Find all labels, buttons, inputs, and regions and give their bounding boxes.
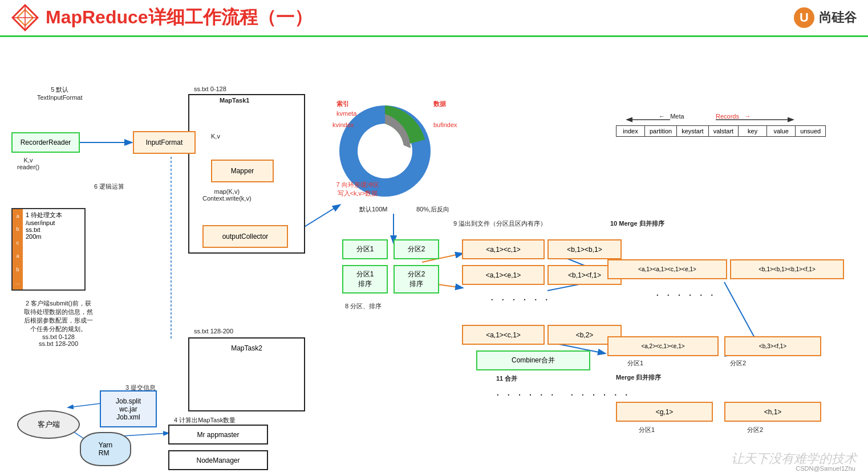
combiner-label: Combiner合并: [512, 356, 555, 365]
dots1: · · · · · ·: [490, 292, 550, 305]
step11-label: 11 合并: [496, 374, 517, 383]
kv-label: K,v: [211, 133, 220, 140]
partition2-box: 分区2: [394, 239, 439, 259]
final-g-label: <g,1>: [656, 408, 674, 416]
inputformat-box: InputFormat: [133, 131, 196, 154]
step6-label: 6 逻辑运算: [94, 182, 124, 191]
yarn-rm-label: YarnRM: [99, 441, 112, 457]
partition2-label: 分区2: [408, 244, 425, 254]
inputformat-label: InputFormat: [146, 138, 183, 146]
step4-label: 4 计算出MapTask数量: [174, 416, 236, 425]
part2-label1: 分区2: [730, 359, 746, 368]
col-partition: partition: [645, 126, 677, 137]
step7-label: 7 向环形缓冲区写入<k,v>数据: [329, 181, 386, 198]
recorder-reader-box: RecorderReader: [11, 132, 80, 153]
merge1-part2-box: <b,1><b,1><b,1><f,1>: [730, 259, 844, 279]
step5-label: 5 默认TextInputFormat: [37, 85, 82, 101]
col-keystart: keystart: [677, 126, 709, 137]
kv-reader-label: K,vreader(): [17, 157, 39, 170]
partition1-sort-label: 分区1排序: [356, 270, 374, 289]
maptask2-label: MapTask2: [231, 344, 262, 352]
spill3-part2-label: <b,2>: [576, 331, 594, 339]
col-value: value: [767, 126, 796, 137]
final-h-box: <h,1>: [724, 402, 821, 422]
merge1-part2-label: <b,1><b,1><b,1><f,1>: [759, 266, 816, 272]
client-box: 客户端: [17, 410, 80, 439]
kvmeta-label: kvmeta: [336, 110, 356, 117]
output-collector-label: outputCollector: [222, 233, 269, 240]
input-file-box: abcab… 1 待处理文本/user/inputss.txt200m: [11, 208, 86, 291]
merge1-part1-label: <a,1><a,1><c,1><e,1>: [638, 266, 696, 272]
file-sidebar: abcab…: [13, 209, 23, 289]
part1-label1: 分区1: [627, 359, 643, 368]
node-manager-label: NodeManager: [196, 456, 240, 464]
company-name: 尚硅谷: [819, 9, 857, 26]
merge1-part1-box: <a,1><a,1><c,1><e,1>: [607, 259, 727, 279]
kvindex-label: kvindex: [332, 121, 354, 128]
col-unsued: unsued: [796, 126, 826, 137]
col-valstart: valstart: [708, 126, 738, 137]
merge2-part2-box: <b,3><f,1>: [724, 336, 821, 356]
col-key: key: [739, 126, 767, 137]
company-logo-icon: U: [793, 6, 816, 29]
job-split-label: Job.splitwc.jarJob.xml: [116, 397, 141, 421]
spill3-part1-label: <a,1><c,1>: [486, 331, 521, 339]
mr-appmaster-box: Mr appmaster: [168, 425, 268, 445]
partition1-sort-box: 分区1排序: [342, 265, 388, 293]
records-header-label: Records →: [716, 113, 751, 120]
svg-line-16: [724, 282, 759, 345]
sstxt-0128-label: ss.txt 0-128: [194, 85, 226, 92]
mapper-box: Mapper: [211, 160, 274, 182]
spill1-part1-label: <a,1><c,1>: [486, 246, 521, 254]
dots4: · · · · · ·: [570, 388, 630, 401]
page-title: MapReduce详细工作流程（一）: [46, 5, 313, 30]
merge2-part1-label: <a,2><c,1><e,1>: [641, 343, 684, 349]
csdn-label: CSDN@Samuel1Zhu: [796, 465, 855, 472]
percent-80-label: 80%,后反向: [416, 205, 449, 214]
step8-label: 8 分区、排序: [345, 302, 382, 311]
meta-header-label: ← Meta: [659, 113, 689, 120]
mapper-label: Mapper: [231, 167, 254, 175]
bufindex-label: bufindex: [433, 121, 457, 128]
file-content: 1 待处理文本/user/inputss.txt200m: [23, 209, 84, 289]
partition1-box: 分区1: [342, 239, 388, 259]
output-collector-box: outputCollector: [202, 225, 288, 248]
meta-records-table: index partition keystart valstart key va…: [616, 125, 826, 137]
spill1-part1-box: <a,1><c,1>: [462, 239, 545, 259]
dots2: · · · · · ·: [656, 288, 716, 301]
final-h-label: <h,1>: [764, 408, 782, 416]
logo-right: U 尚硅谷: [793, 6, 857, 29]
logo-diamond-icon: [11, 4, 39, 31]
col-index: index: [616, 126, 645, 137]
final-g-box: <g,1>: [616, 402, 713, 422]
default-100m-label: 默认100M: [359, 205, 388, 214]
partition2-sort-box: 分区2排序: [394, 265, 439, 293]
index-label: 索引: [336, 100, 349, 108]
combiner-box: Combiner合并: [476, 350, 590, 370]
yarn-rm-box: YarnRM: [80, 432, 131, 466]
partition1-label: 分区1: [356, 244, 374, 254]
merge2-part2-label: <b,3><f,1>: [759, 343, 786, 349]
client-label: 客户端: [38, 419, 60, 430]
step10-label: 10 Merge 归并排序: [610, 219, 664, 228]
spill2-part1-box: <a,1><e,1>: [462, 265, 545, 285]
step9-label: 9 溢出到文件（分区且区内有序）: [453, 219, 546, 228]
spill2-part1-label: <a,1><e,1>: [486, 271, 521, 279]
svg-line-19: [123, 433, 168, 436]
map-context-label: map(K,v)Context.write(k,v): [202, 188, 252, 202]
job-split-box: Job.splitwc.jarJob.xml: [100, 390, 157, 427]
main-content: 5 默认TextInputFormat ss.txt 0-128 MapTask…: [0, 37, 868, 473]
maptask1-label: MapTask1: [220, 97, 249, 104]
part2-label2: 分区2: [747, 426, 763, 434]
merge2-part1-box: <a,2><c,1><e,1>: [607, 336, 719, 356]
spill2-part2-label: <b,1><f,1>: [568, 271, 601, 279]
spill1-part2-box: <b,1><b,1>: [547, 239, 622, 259]
svg-text:U: U: [800, 10, 809, 25]
sstxt-128200-label: ss.txt 128-200: [194, 328, 233, 335]
recorder-reader-label: RecorderReader: [21, 138, 71, 146]
spill1-part2-label: <b,1><b,1>: [567, 246, 602, 254]
spill3-part1-box: <a,1><c,1>: [462, 325, 545, 345]
part1-label2: 分区1: [639, 426, 655, 434]
node-manager-box: NodeManager: [168, 450, 268, 470]
partition2-sort-label: 分区2排序: [408, 270, 425, 289]
